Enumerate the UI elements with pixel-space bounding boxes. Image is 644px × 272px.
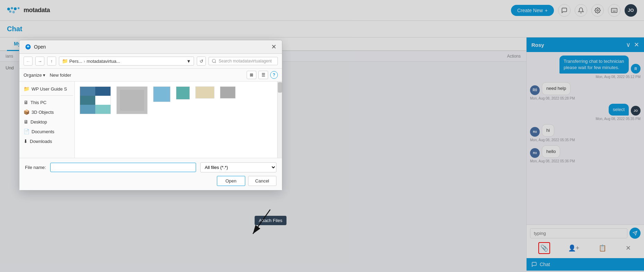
filename-row: File name: All files (*.*) bbox=[25, 162, 276, 172]
dialog-close-button[interactable]: ✕ bbox=[271, 44, 276, 50]
file-thumbnail-1 bbox=[80, 86, 111, 114]
documents-icon: 📄 bbox=[24, 129, 29, 134]
thumbnail-view-button[interactable]: ⊞ bbox=[247, 71, 256, 79]
scrollbar[interactable] bbox=[277, 82, 282, 158]
3d-icon: 📦 bbox=[24, 109, 29, 115]
filename-label: File name: bbox=[25, 165, 46, 170]
sidebar-item-label: WP User Guide S bbox=[32, 86, 67, 92]
svg-line-19 bbox=[215, 62, 216, 63]
cancel-btn-label: Cancel bbox=[255, 178, 269, 184]
sidebar-item-3d-objects[interactable]: 📦 3D Objects bbox=[21, 108, 73, 117]
dialog-body: 📁 WP User Guide S 🖥 This PC 📦 3D Objects… bbox=[19, 82, 282, 158]
dialog-toolbar: ← → ↑ 📁 Pers... › motadatavirtua... ▼ ↺ … bbox=[19, 54, 282, 69]
sidebar-item-wp-user-guide[interactable]: 📁 WP User Guide S bbox=[21, 84, 73, 93]
refresh-button[interactable]: ↺ bbox=[197, 57, 206, 66]
breadcrumb-separator: › bbox=[84, 59, 85, 64]
breadcrumb-bar[interactable]: 📁 Pers... › motadatavirtua... ▼ bbox=[59, 57, 194, 66]
sidebar-item-desktop[interactable]: 🖥 Desktop bbox=[21, 117, 73, 126]
file-item-5[interactable] bbox=[195, 86, 214, 114]
sidebar-item-label: Documents bbox=[32, 129, 54, 134]
file-item-3[interactable] bbox=[153, 86, 170, 114]
sidebar-item-documents[interactable]: 📄 Documents bbox=[21, 127, 73, 136]
file-thumbnail-3 bbox=[153, 86, 170, 102]
file-item-4[interactable] bbox=[176, 86, 190, 114]
dialog-cancel-button[interactable]: Cancel bbox=[248, 176, 276, 186]
breadcrumb-path1: Pers... bbox=[69, 59, 82, 64]
dialog-overlay: Open ✕ ← → ↑ 📁 Pers... › motadatavirtua.… bbox=[0, 0, 644, 272]
breadcrumb-dropdown-icon[interactable]: ▼ bbox=[186, 59, 191, 64]
svg-point-18 bbox=[212, 59, 215, 62]
new-folder-button[interactable]: New folder bbox=[50, 73, 71, 78]
search-bar[interactable]: Search motadatavirtualagent bbox=[209, 57, 278, 65]
dialog-bottom: File name: All files (*.*) Open Cancel bbox=[19, 158, 282, 190]
sidebar-item-label: Desktop bbox=[30, 119, 47, 125]
open-btn-label: Open bbox=[226, 178, 237, 184]
new-folder-label: New folder bbox=[50, 73, 71, 78]
scrollbar-thumb[interactable] bbox=[278, 82, 282, 93]
file-thumbnail-5 bbox=[195, 86, 214, 99]
dialog-title-text: Open bbox=[34, 44, 46, 50]
dialog-open-button[interactable]: Open bbox=[217, 176, 245, 186]
file-thumbnail-6 bbox=[220, 86, 236, 99]
sidebar-item-downloads[interactable]: ⬇ Downloads bbox=[21, 137, 73, 146]
filename-input[interactable] bbox=[50, 163, 196, 172]
pc-icon: 🖥 bbox=[24, 100, 28, 105]
file-item-2[interactable] bbox=[116, 86, 148, 114]
breadcrumb-icon: 📁 bbox=[62, 58, 68, 64]
desktop-icon: 🖥 bbox=[24, 119, 28, 125]
breadcrumb-path2: motadatavirtua... bbox=[87, 59, 120, 64]
search-placeholder: Search motadatavirtualagent bbox=[219, 59, 272, 63]
file-grid bbox=[78, 85, 279, 116]
downloads-icon: ⬇ bbox=[24, 138, 28, 144]
dialog-secondary-toolbar: Organize ▾ New folder ⊞ ☰ ? bbox=[19, 69, 282, 82]
dialog-sidebar: 📁 WP User Guide S 🖥 This PC 📦 3D Objects… bbox=[19, 82, 75, 158]
file-thumbnail-2 bbox=[116, 86, 148, 114]
organize-label: Organize ▾ bbox=[24, 73, 45, 78]
dialog-title-area: Open bbox=[25, 44, 46, 50]
folder-icon: 📁 bbox=[24, 86, 29, 92]
dialog-titlebar: Open ✕ bbox=[19, 40, 282, 54]
dialog-file-area bbox=[75, 82, 282, 158]
attach-files-tooltip: Open Attach Files bbox=[255, 216, 286, 225]
up-button[interactable]: ↑ bbox=[47, 57, 56, 66]
browser-icon bbox=[25, 44, 31, 50]
file-open-dialog: Open ✕ ← → ↑ 📁 Pers... › motadatavirtua.… bbox=[19, 40, 282, 190]
search-icon bbox=[212, 59, 217, 63]
view-buttons: ⊞ ☰ ? bbox=[247, 71, 278, 79]
dialog-buttons-row: Open Cancel bbox=[25, 176, 276, 186]
file-item-6[interactable] bbox=[220, 86, 236, 114]
file-thumbnail-4 bbox=[176, 86, 190, 100]
organize-button[interactable]: Organize ▾ bbox=[24, 73, 45, 78]
detail-view-button[interactable]: ☰ bbox=[258, 71, 268, 79]
filetype-select[interactable]: All files (*.*) bbox=[200, 162, 276, 172]
back-button[interactable]: ← bbox=[24, 57, 33, 66]
sidebar-item-label: Downloads bbox=[30, 139, 52, 144]
forward-button[interactable]: → bbox=[35, 57, 44, 66]
sidebar-item-label: 3D Objects bbox=[32, 110, 54, 115]
help-button[interactable]: ? bbox=[270, 71, 278, 79]
sidebar-item-this-pc[interactable]: 🖥 This PC bbox=[21, 98, 73, 107]
sidebar-item-label: This PC bbox=[30, 100, 46, 105]
file-item-1[interactable] bbox=[80, 86, 111, 114]
